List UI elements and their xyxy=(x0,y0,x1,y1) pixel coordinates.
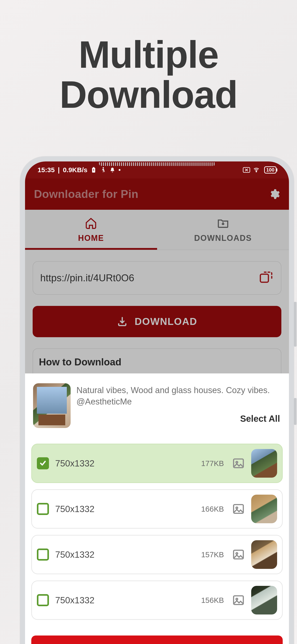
item-thumbnail xyxy=(251,586,277,614)
item-dimensions: 750x1332 xyxy=(55,595,195,605)
walking-icon xyxy=(100,167,106,173)
item-thumbnail xyxy=(251,540,277,569)
wifi-icon xyxy=(254,167,261,173)
item-checkbox[interactable] xyxy=(37,594,49,606)
battery-level: 100 xyxy=(266,167,275,173)
promo-title: Multiple Download xyxy=(0,0,297,114)
svg-point-13 xyxy=(236,598,238,600)
select-all-button[interactable]: Select All xyxy=(240,414,280,424)
phone-speaker-grill xyxy=(99,162,215,166)
item-size: 156KB xyxy=(201,596,224,605)
url-input-value: https://pin.it/4URt0O6 xyxy=(40,272,134,284)
phone-screen: 15:35 | 0.9KB/s xyxy=(25,162,289,644)
url-input-card[interactable]: https://pin.it/4URt0O6 xyxy=(33,261,281,295)
svg-rect-5 xyxy=(260,274,268,282)
phone-side-button xyxy=(294,302,297,346)
image-icon xyxy=(232,594,245,607)
paste-button[interactable] xyxy=(258,270,274,286)
item-thumbnail xyxy=(251,495,277,523)
item-size: 157KB xyxy=(201,550,224,559)
item-dimensions: 750x1332 xyxy=(55,550,195,560)
paste-icon xyxy=(258,270,274,286)
item-checkbox[interactable] xyxy=(37,503,49,515)
promo-title-line1: Multiple xyxy=(0,35,297,75)
download-button[interactable]: DOWNLOAD xyxy=(33,306,281,337)
tab-underline xyxy=(25,248,157,250)
battery-charging-icon xyxy=(90,167,97,173)
download-options-sheet: Natural vibes, Wood and glass houses. Co… xyxy=(25,374,289,644)
item-thumbnail xyxy=(251,449,277,478)
download-icon xyxy=(117,316,128,327)
phone-side-button xyxy=(294,398,297,425)
tab-downloads[interactable]: DOWNLOADS xyxy=(157,210,289,250)
promo-title-line2: Download xyxy=(0,75,297,115)
status-net-rate: 0.9KB/s xyxy=(63,166,87,174)
download-item[interactable]: 750x1332 177KB xyxy=(31,444,283,483)
tab-home[interactable]: HOME xyxy=(25,210,157,250)
sheet-action-bar[interactable] xyxy=(31,636,283,644)
sim-x-icon xyxy=(243,167,250,173)
svg-point-7 xyxy=(236,461,238,463)
battery-indicator: 100 xyxy=(264,166,277,174)
item-size: 177KB xyxy=(201,459,224,468)
how-to-download-title: How to Download xyxy=(33,348,281,375)
bell-icon xyxy=(109,167,116,173)
sheet-description: Natural vibes, Wood and glass houses. Co… xyxy=(76,383,281,408)
item-size: 166KB xyxy=(201,505,224,514)
appbar-title: Downloader for Pin xyxy=(34,188,138,200)
download-item[interactable]: 750x1332 156KB xyxy=(31,580,283,620)
folder-download-icon xyxy=(217,217,229,230)
dot-icon xyxy=(119,169,120,171)
image-icon xyxy=(232,548,245,561)
item-checkbox[interactable] xyxy=(37,457,49,469)
image-icon xyxy=(232,502,245,516)
home-icon xyxy=(85,217,97,230)
svg-point-4 xyxy=(256,171,257,172)
item-dimensions: 750x1332 xyxy=(55,504,195,514)
tab-downloads-label: DOWNLOADS xyxy=(194,234,252,243)
download-item[interactable]: 750x1332 157KB xyxy=(31,535,283,574)
download-button-label: DOWNLOAD xyxy=(135,316,197,327)
svg-rect-1 xyxy=(93,167,94,168)
sheet-main-thumbnail xyxy=(33,383,71,428)
svg-point-9 xyxy=(236,507,238,509)
image-icon xyxy=(232,457,245,470)
settings-button[interactable] xyxy=(268,188,280,200)
app-bar: Downloader for Pin xyxy=(25,178,289,210)
status-separator: | xyxy=(58,166,60,174)
phone-frame: 15:35 | 0.9KB/s xyxy=(20,156,294,644)
download-items-list: 750x1332 177KB 750x1332 166KB 750x1332 1… xyxy=(25,428,289,620)
tabs: HOME DOWNLOADS xyxy=(25,210,289,250)
item-checkbox[interactable] xyxy=(37,548,49,560)
svg-point-11 xyxy=(236,552,238,554)
svg-point-2 xyxy=(103,167,104,168)
status-time: 15:35 xyxy=(37,166,55,174)
item-dimensions: 750x1332 xyxy=(55,458,195,468)
download-item[interactable]: 750x1332 166KB xyxy=(31,489,283,528)
tab-home-label: HOME xyxy=(78,234,104,243)
